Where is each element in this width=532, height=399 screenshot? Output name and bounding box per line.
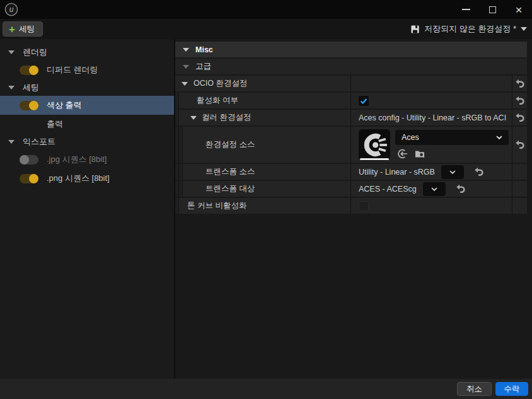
collapse-triangle-icon[interactable]	[182, 82, 188, 86]
category-label: 익스포트	[23, 136, 55, 147]
row-value-cell: ACES - ACEScg	[351, 181, 512, 197]
row-label: 컬러 환경설정	[202, 112, 251, 123]
close-icon: ×	[515, 4, 522, 16]
row-label-cell: 트랜스폼 소스	[175, 164, 351, 180]
reset-cell	[512, 164, 527, 180]
reset-cell	[512, 93, 527, 108]
category-header-label: 고급	[195, 61, 211, 72]
sidebar-item-label: .png 시퀀스 [8bit]	[47, 173, 110, 184]
reset-to-default-icon[interactable]	[455, 183, 466, 194]
chevron-down-icon	[495, 133, 504, 142]
row-enabled: 활성화 여부	[175, 93, 527, 108]
check-icon	[359, 96, 368, 105]
row-label: 톤 커브 비활성화	[179, 200, 246, 211]
sidebar-item-label: 출력	[47, 119, 63, 130]
movie-render-settings-window: × + 세팅 저장되지 않은 환경설정 * 렌더링 디퍼드 렌더링	[0, 0, 532, 399]
category-header-label: Misc	[195, 45, 213, 54]
preset-dropdown[interactable]: 저장되지 않은 환경설정 *	[410, 23, 527, 35]
asset-combo-box[interactable]: Aces	[395, 130, 509, 145]
color-configuration-value: Aces config - Utility - Linear - sRGB to…	[359, 113, 506, 122]
sidebar-item-label: 디퍼드 렌더링	[47, 64, 98, 76]
sidebar-category-rendering[interactable]: 렌더링	[0, 44, 174, 61]
cancel-button[interactable]: 취소	[457, 382, 492, 396]
expand-triangle-icon	[8, 86, 14, 90]
category-header-advanced[interactable]: 고급	[175, 59, 527, 74]
row-label-cell: 환경설정 소스	[175, 127, 351, 163]
transform-destination-dropdown[interactable]	[423, 182, 446, 196]
row-label-cell: OCIO 환경설정	[175, 76, 351, 91]
preset-label: 저장되지 않은 환경설정 *	[424, 23, 516, 35]
sidebar-category-export[interactable]: 익스포트	[0, 134, 174, 150]
row-value-cell	[351, 198, 512, 214]
category-header-misc[interactable]: Misc	[175, 42, 527, 57]
use-selected-asset-icon[interactable]	[396, 148, 408, 159]
row-value-cell	[351, 93, 512, 108]
row-color-configuration: 컬러 환경설정 Aces config - Utility - Linear -…	[175, 110, 527, 125]
asset-thumbnail[interactable]	[359, 129, 390, 161]
caret-down-icon	[521, 27, 527, 31]
row-label-cell: 컬러 환경설정	[175, 110, 351, 125]
collapse-triangle-icon	[183, 48, 189, 52]
row-label: 트랜스폼 대상	[183, 183, 255, 194]
reset-cell	[512, 110, 527, 125]
save-icon	[410, 25, 420, 34]
plus-icon: +	[9, 24, 15, 35]
transform-source-value: Utility - Linear - sRGB	[359, 168, 435, 176]
category-label: 렌더링	[23, 47, 47, 58]
asset-tools	[395, 148, 509, 159]
reset-to-default-icon[interactable]	[473, 166, 484, 177]
row-value-cell: Utility - Linear - sRGB	[351, 164, 512, 180]
row-label: 환경설정 소스	[183, 139, 255, 150]
reset-to-default-icon[interactable]	[514, 112, 525, 123]
row-label-cell: 톤 커브 비활성화	[175, 198, 351, 214]
reset-to-default-icon[interactable]	[514, 78, 525, 89]
row-transform-destination: 트랜스폼 대상 ACES - ACEScg	[175, 181, 527, 197]
browse-to-asset-icon[interactable]	[414, 148, 425, 159]
minimize-button[interactable]	[453, 0, 479, 19]
ocio-config-icon	[361, 132, 388, 158]
enabled-checkbox[interactable]	[359, 96, 369, 106]
add-setting-label: 세팅	[19, 24, 35, 35]
collapse-triangle-icon	[183, 65, 189, 69]
reset-to-default-icon[interactable]	[514, 139, 525, 150]
row-label-cell: 트랜스폼 대상	[175, 181, 351, 197]
row-value-cell: Aces	[351, 127, 512, 163]
sidebar-item-png-sequence[interactable]: .png 시퀀스 [8bit]	[0, 169, 174, 188]
row-value-cell: Aces config - Utility - Linear - sRGB to…	[351, 110, 512, 125]
sidebar-item-deferred-rendering[interactable]: 디퍼드 렌더링	[0, 61, 174, 79]
toggle-switch-off[interactable]	[20, 155, 38, 165]
close-button[interactable]: ×	[506, 0, 532, 19]
row-label: 트랜스폼 소스	[183, 166, 255, 177]
tone-curve-checkbox[interactable]	[359, 201, 369, 211]
category-label: 세팅	[23, 82, 39, 93]
transform-source-dropdown[interactable]	[441, 165, 464, 179]
row-label: 활성화 여부	[179, 95, 238, 106]
sidebar-item-output[interactable]: 출력	[0, 115, 174, 134]
toggle-switch-on[interactable]	[20, 101, 38, 110]
chevron-down-icon	[448, 168, 457, 176]
accept-button[interactable]: 수락	[495, 382, 528, 396]
maximize-button[interactable]	[479, 0, 506, 19]
indent-guide	[175, 110, 179, 125]
row-disable-tone-curve: 톤 커브 비활성화	[175, 198, 527, 214]
row-configuration-source: 환경설정 소스 Aces	[175, 127, 527, 163]
reset-cell	[512, 198, 527, 214]
sidebar-item-jpg-sequence[interactable]: .jpg 시퀀스 [8bit]	[0, 150, 174, 169]
reset-cell	[512, 76, 527, 91]
sidebar-item-label: .jpg 시퀀스 [8bit]	[47, 154, 107, 165]
details-panel: Misc 고급 OCIO 환경설정	[175, 39, 532, 379]
collapse-triangle-icon[interactable]	[190, 116, 197, 120]
row-label: OCIO 환경설정	[194, 78, 247, 89]
minimize-icon	[462, 9, 470, 10]
add-setting-button[interactable]: + 세팅	[3, 21, 43, 37]
main-area: 렌더링 디퍼드 렌더링 세팅 색상 출력 출력 익스포트	[0, 39, 532, 379]
chevron-down-icon	[430, 185, 439, 194]
reset-to-default-icon[interactable]	[514, 95, 525, 106]
row-transform-source: 트랜스폼 소스 Utility - Linear - sRGB	[175, 164, 527, 180]
toggle-switch-on[interactable]	[20, 66, 38, 75]
asset-picker: Aces	[395, 130, 509, 159]
sidebar-item-color-output[interactable]: 색상 출력	[0, 96, 174, 115]
sidebar-category-settings[interactable]: 세팅	[0, 79, 174, 96]
toggle-switch-on[interactable]	[20, 174, 38, 183]
footer-bar: 취소 수락	[0, 379, 532, 399]
